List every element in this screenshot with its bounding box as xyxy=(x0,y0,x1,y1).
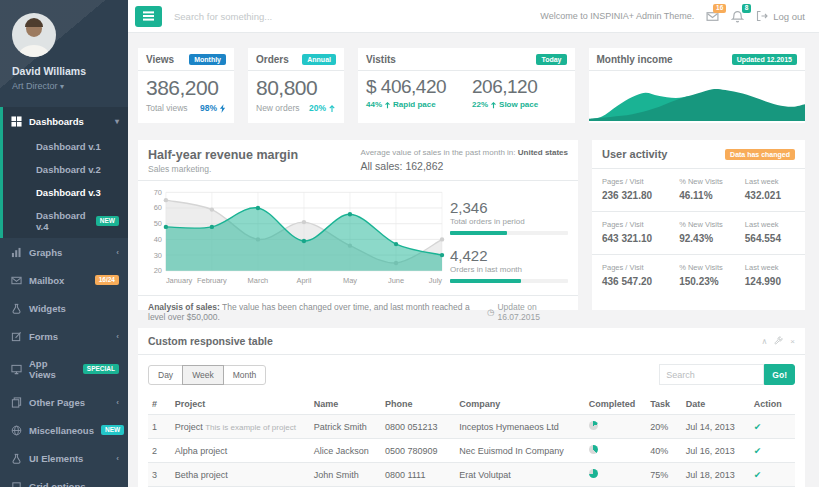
income-area-chart xyxy=(589,71,806,121)
progress-bar xyxy=(450,279,568,283)
activity-row: Pages / Visit236 321.80 % New Visits46.1… xyxy=(592,169,805,212)
sidebar-item-other-pages[interactable]: Other Pages ‹ xyxy=(0,388,128,416)
table-row: 3 Betha project John Smith 0800 1111 Era… xyxy=(148,463,795,487)
stat-title: Vistits xyxy=(366,54,396,65)
stat-caption: Total views xyxy=(146,103,188,113)
app-root: David Williams Art Director ▾ Dashboards… xyxy=(0,0,819,487)
sidebar-item-forms[interactable]: Forms ‹ xyxy=(0,322,128,350)
go-button[interactable]: Go! xyxy=(764,364,795,385)
sidebar-item-dashboard-v2[interactable]: Dashboard v.2 xyxy=(3,158,128,181)
svg-text:February: February xyxy=(197,276,227,285)
visits-value-group: $ 406,420 44% Rapid pace xyxy=(366,76,446,109)
table-header-row: # Project Name Phone Company Completed T… xyxy=(148,394,795,415)
sidebar-item-label: Dashboards xyxy=(29,116,84,127)
flask-icon xyxy=(10,452,22,464)
sidebar-item-widgets[interactable]: Widgets xyxy=(0,294,128,322)
svg-text:30: 30 xyxy=(154,251,162,260)
orders-month-value: 4,422 xyxy=(450,247,568,264)
check-icon[interactable]: ✔ xyxy=(754,422,762,432)
desktop-icon xyxy=(10,363,22,375)
logout-button[interactable]: Log out xyxy=(756,10,805,22)
chevron-down-icon: ▾ xyxy=(115,117,119,126)
views-stat-box: Views Monthly 386,200 Total views 98% xyxy=(138,48,234,123)
new-badge: NEW xyxy=(96,216,119,227)
svg-text:April: April xyxy=(297,276,312,285)
sidebar: David Williams Art Director ▾ Dashboards… xyxy=(0,0,128,487)
caret-down-icon: ▾ xyxy=(60,82,64,91)
sidebar-item-grid-options[interactable]: Grid options xyxy=(0,472,128,487)
annual-badge: Annual xyxy=(302,54,336,65)
level-up-icon xyxy=(328,104,336,113)
welcome-text: Welcome to INSPINIA+ Admin Theme. xyxy=(540,11,694,21)
collapse-icon[interactable]: ∧ xyxy=(761,337,767,346)
sidebar-item-dashboard-v1[interactable]: Dashboard v.1 xyxy=(3,135,128,158)
sidebar-item-app-views[interactable]: App Views SPECIAL xyxy=(0,350,128,388)
avatar xyxy=(12,13,56,57)
flask-icon xyxy=(10,302,22,314)
sidebar-item-graphs[interactable]: Graphs ‹ xyxy=(0,238,128,266)
check-icon[interactable]: ✔ xyxy=(754,446,762,456)
stats-row: Views Monthly 386,200 Total views 98% xyxy=(138,48,805,123)
files-icon xyxy=(10,396,22,408)
page-content: Views Monthly 386,200 Total views 98% xyxy=(128,33,819,487)
search-input[interactable] xyxy=(174,11,394,22)
new-badge: NEW xyxy=(101,425,124,436)
svg-text:50: 50 xyxy=(154,219,162,228)
messages-count-badge: 16 xyxy=(713,4,726,14)
orders-period-value: 2,346 xyxy=(450,199,568,216)
notifications-button[interactable]: 8 xyxy=(731,10,744,23)
note-country: United states xyxy=(518,148,568,157)
main-area: Welcome to INSPINIA+ Admin Theme. 16 8 L… xyxy=(128,0,819,487)
angle-left-icon: ‹ xyxy=(116,454,119,463)
day-filter-button[interactable]: Day xyxy=(148,365,183,385)
activity-row: Pages / Visit436 547.20 % New Visits150.… xyxy=(592,255,805,297)
activity-row: Pages / Visit643 321.10 % New Visits92.4… xyxy=(592,212,805,255)
today-badge: Today xyxy=(536,54,566,65)
stat-title: Views xyxy=(146,54,174,65)
svg-text:60: 60 xyxy=(154,203,162,212)
month-filter-button[interactable]: Month xyxy=(223,365,267,385)
stat-value: $ 406,420 xyxy=(366,76,446,98)
sidebar-item-dashboard-v3[interactable]: Dashboard v.3 xyxy=(3,181,128,204)
sidebar-item-miscellaneous[interactable]: Miscellaneous NEW xyxy=(0,416,128,444)
stat-value: 80,800 xyxy=(256,76,336,100)
level-up-icon xyxy=(490,101,497,109)
panel-title: Custom responsive table xyxy=(148,335,273,347)
range-filter-group: Day Week Month xyxy=(148,365,266,385)
responsive-table-panel: Custom responsive table ∧ × Day Week Mon… xyxy=(138,328,805,487)
revenue-side-stats: 2,346 Total orders in period 4,422 Order… xyxy=(450,187,568,295)
check-icon[interactable]: ✔ xyxy=(754,470,762,480)
user-activity-panel: User activity Data has changed Pages / V… xyxy=(592,140,805,310)
visits-value-group: 206,120 22% Slow pace xyxy=(472,76,538,109)
table-row: 2 Alpha project Alice Jackson 0500 78090… xyxy=(148,439,795,463)
sidebar-item-dashboards[interactable]: Dashboards ▾ xyxy=(3,107,128,135)
svg-text:March: March xyxy=(248,276,269,285)
panel-title: User activity xyxy=(602,148,667,160)
progress-bar xyxy=(450,231,568,235)
angle-left-icon: ‹ xyxy=(116,332,119,341)
updated-badge: Updated 12.2015 xyxy=(732,54,797,65)
monthly-badge: Monthly xyxy=(189,54,226,65)
data-changed-badge: Data has changed xyxy=(725,149,795,160)
stat-caption: New orders xyxy=(256,103,299,113)
svg-text:January: January xyxy=(166,276,193,285)
sidebar-nav: Dashboards ▾ Dashboard v.1 Dashboard v.2… xyxy=(0,107,128,487)
profile-role-dropdown[interactable]: Art Director ▾ xyxy=(12,81,116,91)
week-filter-button[interactable]: Week xyxy=(182,365,224,385)
mailbox-count-badge: 16/24 xyxy=(95,275,119,286)
sidebar-item-dashboard-v4[interactable]: Dashboard v.4 NEW xyxy=(3,204,128,238)
menu-toggle-button[interactable] xyxy=(135,6,162,27)
panel-subtitle: Sales marketing. xyxy=(148,164,298,174)
bolt-icon xyxy=(219,104,226,113)
sidebar-item-ui-elements[interactable]: UI Elements ‹ xyxy=(0,444,128,472)
wrench-icon[interactable] xyxy=(774,336,783,347)
revenue-area-chart: JanuaryFebruaryMarchAprilMayJuneJuly2030… xyxy=(148,187,446,293)
globe-icon xyxy=(10,424,22,436)
sidebar-item-mailbox[interactable]: Mailbox 16/24 xyxy=(0,266,128,294)
visits-stat-box: Vistits Today $ 406,420 44% Rapid pace xyxy=(358,48,575,123)
close-icon[interactable]: × xyxy=(790,337,795,346)
messages-button[interactable]: 16 xyxy=(706,10,719,23)
completed-pie xyxy=(589,421,598,430)
laptop-icon xyxy=(10,480,22,487)
table-search-input[interactable] xyxy=(659,364,764,385)
